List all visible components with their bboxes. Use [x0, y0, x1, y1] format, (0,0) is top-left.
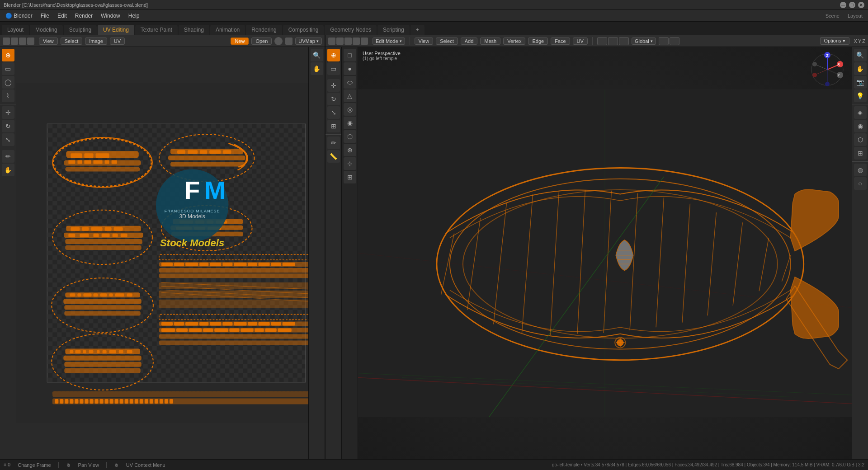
vp-origin-icon[interactable]: ⊛ [344, 144, 356, 156]
vp-transform-tool[interactable]: ⊞ [327, 120, 340, 132]
menu-window[interactable]: Window [97, 12, 124, 20]
tab-add[interactable]: + [410, 25, 425, 35]
vp-view-menu[interactable]: View [415, 38, 434, 45]
vp-transform-icon2[interactable] [608, 37, 618, 45]
tab-geometry-nodes[interactable]: Geometry Nodes [325, 25, 377, 35]
vp-select-tool[interactable]: ▭ [327, 62, 340, 75]
tab-sculpting[interactable]: Sculpting [64, 25, 97, 35]
uv-right-toolbar: 🔍 ✋ [308, 47, 325, 459]
uv-mode-icon3[interactable] [19, 38, 26, 45]
vp-cone-icon[interactable]: △ [344, 89, 356, 102]
vp-move-tool[interactable]: ✛ [327, 79, 340, 92]
vp-transform-icon3[interactable] [619, 37, 629, 45]
menu-file[interactable]: File [37, 12, 53, 20]
uv-mode-icon2[interactable] [11, 38, 18, 45]
vp-lattice-icon[interactable]: ⬡ [344, 130, 356, 143]
grab-tool[interactable]: ✛ [2, 106, 14, 119]
close-button[interactable]: ✕ [858, 2, 864, 8]
options-button[interactable]: Options ▾ [820, 37, 849, 45]
vp-annotate-tool[interactable]: ✏ [327, 136, 340, 149]
menu-render[interactable]: Render [71, 12, 96, 20]
vp-scale-tool[interactable]: ⤡ [327, 106, 340, 119]
tab-animation[interactable]: Animation [210, 25, 245, 35]
vp-measure-tool[interactable]: 📏 [327, 150, 340, 163]
menu-blender[interactable]: 🔵 Blender [2, 12, 36, 20]
uv-zoom-in[interactable]: 🔍 [311, 49, 323, 61]
svg-rect-156 [278, 328, 292, 332]
tab-uv-editing[interactable]: UV Editing [98, 25, 134, 35]
vp-cursor3d-icon[interactable]: ⊹ [344, 157, 356, 170]
menu-help[interactable]: Help [125, 12, 143, 20]
vp-proportional-icon[interactable] [670, 37, 679, 45]
vp-grid-icon[interactable]: ⊞ [344, 171, 356, 183]
cursor-tool[interactable]: ⊕ [2, 49, 14, 61]
vp-mode-icon3[interactable] [344, 38, 352, 45]
uv-open-btn[interactable]: Open [251, 38, 272, 45]
vp-mat-icon[interactable]: ◉ [854, 120, 867, 132]
vp-texture-icon[interactable]: ⬡ [854, 133, 867, 146]
svg-rect-80 [248, 263, 257, 266]
vp-mesh-menu[interactable]: Mesh [480, 38, 500, 45]
vp-mode-icon2[interactable] [336, 38, 344, 45]
svg-rect-149 [189, 328, 202, 332]
uv-link-icon[interactable] [274, 37, 283, 45]
vp-vertex-menu[interactable]: Vertex [503, 38, 525, 45]
uv-pan[interactable]: ✋ [311, 62, 323, 75]
vp-wire-icon[interactable]: ⊞ [854, 147, 867, 160]
select-box-tool[interactable]: ▭ [2, 62, 14, 75]
vp-mode-icon[interactable] [328, 38, 335, 45]
uv-mode-icon[interactable] [3, 38, 10, 45]
tab-rendering[interactable]: Rendering [246, 25, 282, 35]
vp-torus-icon[interactable]: ◎ [344, 103, 356, 116]
uv-view-menu[interactable]: View [39, 38, 58, 45]
vp-camera-icon[interactable]: 📷 [854, 76, 867, 89]
svg-rect-128 [160, 399, 163, 404]
scale-tool[interactable]: ⤡ [2, 133, 14, 146]
vp-render-icon[interactable]: ◈ [854, 106, 867, 119]
vp-mode-icon4[interactable] [353, 38, 360, 45]
edit-mode-dropdown[interactable]: Edit Mode [373, 38, 405, 45]
tab-modeling[interactable]: Modeling [30, 25, 63, 35]
nav-gizmo[interactable]: X Y Z [809, 52, 845, 88]
vp-object-icon[interactable]: ◉ [344, 117, 356, 129]
tab-compositing[interactable]: Compositing [283, 25, 324, 35]
select-lasso-tool[interactable]: ⌇ [2, 89, 14, 102]
vp-edge-menu[interactable]: Edge [528, 38, 548, 45]
tab-layout[interactable]: Layout [2, 25, 29, 35]
uv-uvmap-dropdown[interactable]: UVMap [295, 38, 322, 45]
uv-mode-icon4[interactable] [27, 38, 34, 45]
tab-texture-paint[interactable]: Texture Paint [135, 25, 178, 35]
vp-cursor-tool[interactable]: ⊕ [327, 49, 340, 61]
select-circle-tool[interactable]: ◯ [2, 76, 14, 89]
tab-scripting[interactable]: Scripting [377, 25, 410, 35]
vp-face-menu[interactable]: Face [551, 38, 570, 45]
uv-image-menu[interactable]: Image [85, 38, 107, 45]
vp-zoom-icon[interactable]: 🔍 [854, 49, 867, 61]
vp-select-menu[interactable]: Select [436, 38, 458, 45]
vp-add-menu[interactable]: Add [461, 38, 478, 45]
pan-tool[interactable]: ✋ [2, 164, 14, 176]
global-dropdown[interactable]: Global [632, 38, 656, 45]
rotate-tool[interactable]: ↻ [2, 120, 14, 132]
minimize-button[interactable]: — [840, 2, 846, 8]
vp-pan-icon[interactable]: ✋ [854, 62, 867, 75]
menu-edit[interactable]: Edit [54, 12, 71, 20]
vp-cylinder-icon[interactable]: ⬭ [344, 76, 356, 89]
uv-uv-menu[interactable]: UV [110, 38, 125, 45]
vp-cube-icon[interactable]: □ [344, 49, 356, 61]
vp-mode-icon5[interactable] [361, 38, 368, 45]
uv-display-icon[interactable] [285, 38, 292, 45]
vp-light-icon[interactable]: 💡 [854, 89, 867, 102]
uv-new-btn[interactable]: New [231, 38, 249, 45]
tab-shading[interactable]: Shading [179, 25, 209, 35]
vp-uv-menu[interactable]: UV [573, 38, 588, 45]
vp-snap-icon[interactable] [659, 37, 669, 45]
vp-rotate-tool[interactable]: ↻ [327, 93, 340, 105]
uv-select-menu[interactable]: Select [61, 38, 83, 45]
maximize-button[interactable]: □ [849, 2, 855, 8]
annotate-tool[interactable]: ✏ [2, 150, 14, 163]
vp-overlay-icon[interactable]: ◍ [854, 164, 867, 176]
vp-transform-icon[interactable] [597, 37, 607, 45]
vp-xray-icon[interactable]: ○ [854, 177, 867, 190]
vp-sphere-icon[interactable]: ● [344, 62, 356, 75]
